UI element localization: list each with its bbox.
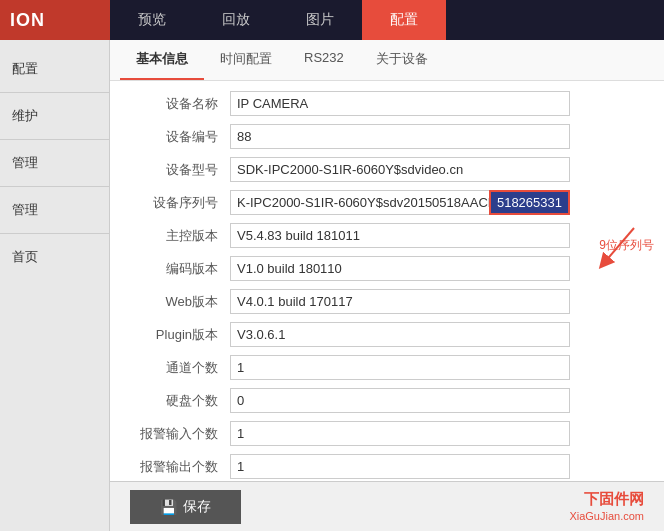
sidebar-item-4[interactable]: 首页 [0, 238, 109, 276]
field-input-4[interactable] [230, 223, 570, 248]
field-input-8[interactable] [230, 355, 570, 380]
sidebar-divider-1 [0, 139, 109, 140]
form-value-3: 518265331 [230, 190, 644, 215]
form-label-7: Plugin版本 [130, 326, 230, 344]
footer: 💾 保存 下固件网 XiaGuJian.com [110, 481, 664, 531]
save-icon: 💾 [160, 499, 177, 515]
form-value-1 [230, 124, 644, 149]
nav-items: 预览回放图片配置 [110, 0, 664, 40]
form-value-11 [230, 454, 644, 479]
nav-item-2[interactable]: 图片 [278, 0, 362, 40]
form-row-11: 报警输出个数 [130, 454, 644, 479]
form-row-4: 主控版本 [130, 223, 644, 248]
field-input-5[interactable] [230, 256, 570, 281]
form-row-3: 设备序列号518265331 [130, 190, 644, 215]
form-content: 设备名称设备编号设备型号设备序列号518265331 9位序列号主控版本编码版本… [110, 81, 664, 497]
field-input-6[interactable] [230, 289, 570, 314]
main-layout: 配置维护管理管理首页 基本信息时间配置RS232关于设备 设备名称设备编号设备型… [0, 40, 664, 531]
form-label-9: 硬盘个数 [130, 392, 230, 410]
form-value-2 [230, 157, 644, 182]
sub-tab-2[interactable]: RS232 [288, 40, 360, 80]
form-row-10: 报警输入个数 [130, 421, 644, 446]
form-label-1: 设备编号 [130, 128, 230, 146]
form-row-1: 设备编号 [130, 124, 644, 149]
form-row-6: Web版本 [130, 289, 644, 314]
field-input-9[interactable] [230, 388, 570, 413]
form-label-4: 主控版本 [130, 227, 230, 245]
field-input-10[interactable] [230, 421, 570, 446]
nav-item-0[interactable]: 预览 [110, 0, 194, 40]
logo-text: ION [10, 10, 45, 31]
watermark: 下固件网 XiaGuJian.com [569, 488, 644, 524]
form-label-0: 设备名称 [130, 95, 230, 113]
form-row-9: 硬盘个数 [130, 388, 644, 413]
form-row-0: 设备名称 [130, 91, 644, 116]
save-label: 保存 [183, 498, 211, 516]
sub-tab-0[interactable]: 基本信息 [120, 40, 204, 80]
field-input-7[interactable] [230, 322, 570, 347]
sidebar-divider-2 [0, 186, 109, 187]
form-row-8: 通道个数 [130, 355, 644, 380]
top-nav: ION 预览回放图片配置 [0, 0, 664, 40]
form-label-11: 报警输出个数 [130, 458, 230, 476]
form-label-8: 通道个数 [130, 359, 230, 377]
form-value-6 [230, 289, 644, 314]
form-row-7: Plugin版本 [130, 322, 644, 347]
sidebar-item-3[interactable]: 管理 [0, 191, 109, 229]
form-value-9 [230, 388, 644, 413]
annotation-text: 9位序列号 [599, 237, 654, 254]
sidebar: 配置维护管理管理首页 [0, 40, 110, 531]
form-row-2: 设备型号 [130, 157, 644, 182]
form-label-3: 设备序列号 [130, 194, 230, 212]
field-input-2[interactable] [230, 157, 570, 182]
form-row-5: 编码版本 [130, 256, 644, 281]
watermark-line2: XiaGuJian.com [569, 509, 644, 524]
nav-item-1[interactable]: 回放 [194, 0, 278, 40]
form-value-10 [230, 421, 644, 446]
sub-tab-1[interactable]: 时间配置 [204, 40, 288, 80]
serial-highlighted-part: 518265331 [489, 190, 570, 215]
form-value-0 [230, 91, 644, 116]
sidebar-item-0[interactable]: 配置 [0, 50, 109, 88]
field-input-11[interactable] [230, 454, 570, 479]
sidebar-divider-0 [0, 92, 109, 93]
form-value-8 [230, 355, 644, 380]
form-label-6: Web版本 [130, 293, 230, 311]
sidebar-divider-3 [0, 233, 109, 234]
save-button[interactable]: 💾 保存 [130, 490, 241, 524]
logo-area: ION [0, 0, 110, 40]
field-input-1[interactable] [230, 124, 570, 149]
form-label-2: 设备型号 [130, 161, 230, 179]
form-value-7 [230, 322, 644, 347]
content-area: 基本信息时间配置RS232关于设备 设备名称设备编号设备型号设备序列号51826… [110, 40, 664, 531]
form-label-10: 报警输入个数 [130, 425, 230, 443]
annotation: 9位序列号 [574, 223, 654, 276]
sub-tab-3[interactable]: 关于设备 [360, 40, 444, 80]
nav-item-3[interactable]: 配置 [362, 0, 446, 40]
sub-tabs: 基本信息时间配置RS232关于设备 [110, 40, 664, 81]
watermark-line1: 下固件网 [569, 488, 644, 509]
form-label-5: 编码版本 [130, 260, 230, 278]
serial-container: 518265331 [230, 190, 570, 215]
sidebar-item-1[interactable]: 维护 [0, 97, 109, 135]
field-input-0[interactable] [230, 91, 570, 116]
sidebar-item-2[interactable]: 管理 [0, 144, 109, 182]
